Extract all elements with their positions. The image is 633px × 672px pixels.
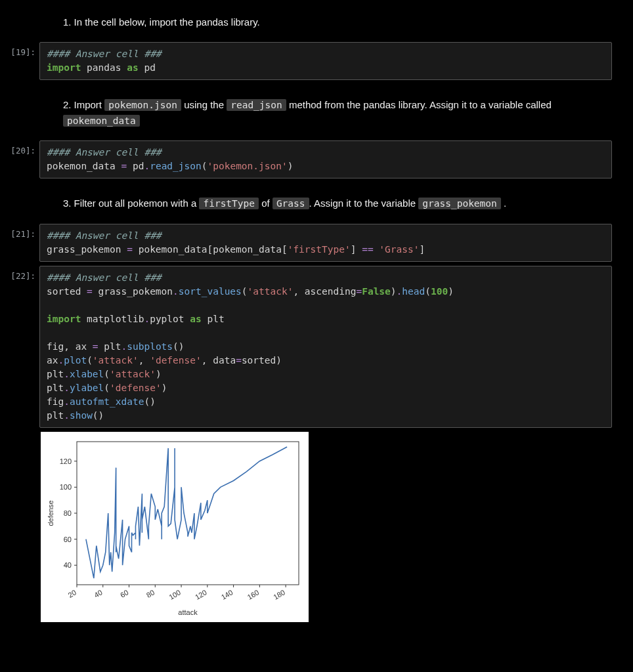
markdown-q3: 3.Filter out all pokemon with a firstTyp… — [0, 182, 633, 219]
svg-text:80: 80 — [64, 509, 72, 517]
inline-code: pokemon.json — [104, 99, 181, 111]
list-number: 2. — [63, 97, 72, 113]
code-cell-19: [19]: #### Answer cell ### import pandas… — [0, 42, 612, 80]
svg-text:80: 80 — [145, 588, 156, 599]
list-number: 3. — [63, 196, 72, 211]
prompt-20: [20]: — [0, 140, 39, 156]
svg-text:120: 120 — [60, 457, 72, 465]
inline-code: grass_pokemon — [418, 198, 501, 209]
code-input-22[interactable]: #### Answer cell ### sorted = grass_poke… — [39, 266, 612, 428]
svg-text:160: 160 — [246, 588, 260, 601]
svg-text:40: 40 — [64, 561, 72, 569]
svg-text:attack: attack — [178, 608, 198, 616]
list-number: 1. — [63, 14, 72, 30]
svg-text:180: 180 — [272, 588, 286, 601]
svg-text:100: 100 — [167, 588, 182, 601]
line-chart: 40608010012020406080100120140160180attac… — [44, 435, 305, 619]
code-input-21[interactable]: #### Answer cell ### grass_pokemon = pok… — [39, 224, 612, 262]
inline-code: Grass — [273, 198, 309, 209]
svg-text:60: 60 — [119, 588, 130, 599]
code-cell-22: [22]: #### Answer cell ### sorted = gras… — [0, 266, 612, 428]
svg-text:40: 40 — [93, 588, 104, 599]
svg-text:100: 100 — [60, 483, 72, 491]
code-cell-21: [21]: #### Answer cell ### grass_pokemon… — [0, 224, 612, 262]
chart-output: 40608010012020406080100120140160180attac… — [41, 432, 309, 622]
svg-text:60: 60 — [64, 535, 72, 543]
markdown-q2: 2.Import pokemon.json using the read_jso… — [0, 84, 633, 136]
prompt-19: [19]: — [0, 42, 39, 57]
svg-text:120: 120 — [194, 588, 208, 601]
markdown-q1: 1.In the cell below, import the pandas l… — [0, 12, 633, 38]
svg-text:20: 20 — [66, 588, 77, 599]
code-input-19[interactable]: #### Answer cell ### import pandas as pd — [39, 42, 612, 80]
prompt-22: [22]: — [0, 266, 39, 281]
svg-text:defense: defense — [47, 500, 55, 526]
svg-text:140: 140 — [220, 588, 234, 601]
inline-code: pokemon_data — [63, 115, 140, 127]
inline-code: firstType — [199, 198, 259, 209]
q1-text: In the cell below, import the pandas lib… — [74, 16, 260, 28]
code-cell-20: [20]: #### Answer cell ### pokemon_data … — [0, 140, 612, 178]
code-input-20[interactable]: #### Answer cell ### pokemon_data = pd.r… — [39, 140, 612, 178]
inline-code: read_json — [227, 99, 286, 111]
prompt-21: [21]: — [0, 224, 39, 239]
